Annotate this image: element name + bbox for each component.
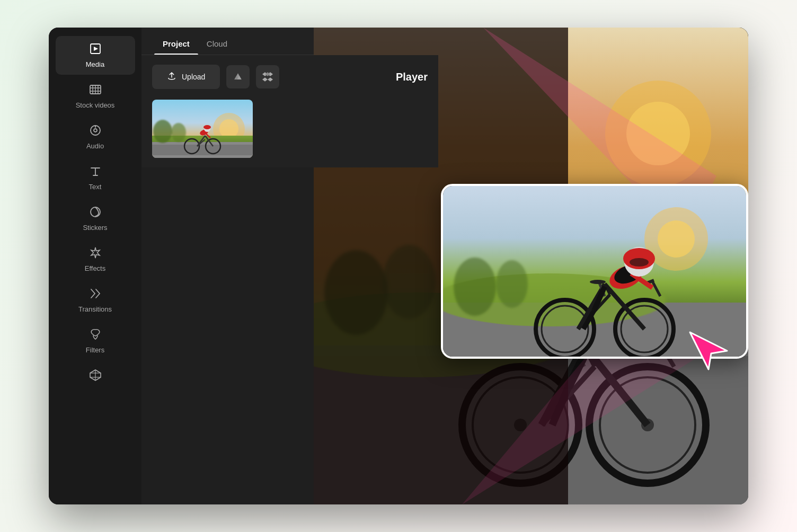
sidebar-label-stickers: Stickers (83, 224, 107, 232)
sidebar-label-audio: Audio (86, 142, 104, 150)
sidebar-item-stock-videos[interactable]: Stock videos (56, 77, 135, 116)
sidebar-item-text[interactable]: Text (56, 158, 135, 197)
media-grid (152, 100, 428, 158)
filters-icon (89, 328, 102, 343)
svg-point-19 (219, 119, 238, 138)
sidebar-label-media: Media (86, 60, 104, 68)
dropbox-button[interactable] (256, 65, 279, 88)
sidebar-label-transitions: Transitions (78, 305, 112, 313)
sidebar-item-audio[interactable]: Audio (56, 118, 135, 156)
sidebar-item-3d[interactable] (56, 362, 135, 390)
svg-point-87 (590, 280, 606, 284)
sidebar-item-filters[interactable]: Filters (56, 322, 135, 360)
tab-project[interactable]: Project (154, 32, 198, 55)
google-drive-button[interactable] (226, 65, 250, 88)
audio-icon (89, 124, 102, 139)
svg-rect-22 (152, 145, 253, 155)
svg-point-71 (658, 220, 695, 258)
transitions-icon (89, 287, 102, 302)
svg-point-32 (203, 125, 211, 129)
svg-point-74 (454, 258, 496, 316)
player-label: Player (396, 71, 428, 83)
sidebar-item-effects[interactable]: Effects (56, 240, 135, 279)
tab-cloud[interactable]: Cloud (198, 32, 236, 55)
sidebar-item-stickers[interactable]: Stickers (56, 199, 135, 238)
stock-videos-icon (89, 83, 102, 98)
svg-point-95 (630, 258, 649, 267)
stickers-icon (89, 206, 102, 220)
sidebar-item-transitions[interactable]: Transitions (56, 281, 135, 320)
upload-icon (167, 71, 176, 83)
svg-marker-1 (94, 47, 98, 51)
upload-button[interactable]: Upload (152, 65, 220, 89)
svg-marker-15 (268, 77, 273, 82)
svg-marker-14 (262, 77, 268, 82)
app-window: Media Stock videos (49, 28, 748, 504)
sidebar-item-media[interactable]: Media (56, 36, 135, 75)
sidebar-label-stock: Stock videos (76, 101, 115, 109)
upload-bar: Upload (152, 65, 428, 89)
text-icon (89, 165, 102, 180)
svg-point-9 (94, 129, 97, 132)
upload-label: Upload (182, 73, 205, 81)
svg-point-75 (496, 260, 528, 308)
cursor-arrow (685, 327, 732, 377)
media-thumbnail[interactable] (152, 100, 253, 158)
sidebar: Media Stock videos (49, 28, 141, 504)
3d-icon (89, 369, 102, 384)
main-content: Project Cloud Upload (141, 28, 748, 504)
svg-point-23 (153, 120, 172, 143)
sidebar-label-filters: Filters (86, 346, 104, 354)
svg-marker-96 (690, 332, 727, 369)
media-icon (89, 42, 102, 57)
sidebar-label-effects: Effects (85, 264, 106, 272)
sidebar-label-text: Text (89, 183, 102, 191)
svg-point-24 (171, 123, 186, 142)
effects-icon (89, 246, 102, 261)
